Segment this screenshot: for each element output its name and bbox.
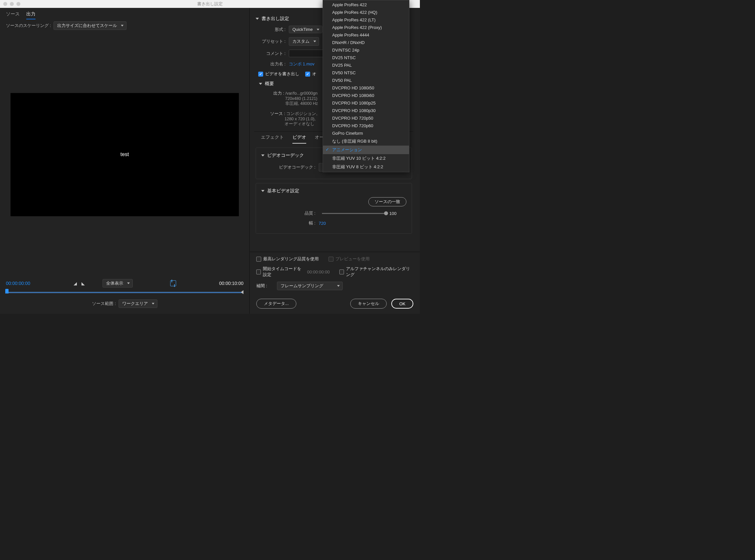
- codec-menu-item[interactable]: なし (非圧縮 RGB 8 bit): [323, 137, 409, 145]
- codec-menu-item[interactable]: DVCPRO HD 1080p30: [323, 107, 409, 114]
- codec-menu-item[interactable]: 非圧縮 YUV 8 ビット 4:2:2: [323, 163, 409, 171]
- chevron-down-icon: [261, 190, 264, 192]
- codec-menu-item[interactable]: Apple ProRes 422 (Proxy): [323, 24, 409, 31]
- codec-menu-item[interactable]: DNxHR / DNxHD: [323, 39, 409, 46]
- playhead-icon[interactable]: [5, 289, 8, 294]
- in-point-icon[interactable]: ◢: [74, 281, 77, 286]
- footer: 最高レンダリング品質を使用 プレビューを使用 開始タイムコードを設定 00:00…: [250, 252, 420, 314]
- source-range-value: ワークエリア: [122, 301, 148, 306]
- summary-source-audio: オーディオなし: [285, 122, 314, 126]
- summary-output-label: 出力 :: [273, 91, 284, 96]
- preset-dropdown[interactable]: カスタム: [289, 37, 319, 46]
- tab-source[interactable]: ソース: [6, 11, 20, 19]
- start-tc-checkbox[interactable]: [256, 269, 261, 275]
- codec-menu-item[interactable]: Apple ProRes 422: [323, 1, 409, 8]
- chevron-down-icon: [261, 155, 264, 156]
- range-track: [6, 292, 243, 293]
- range-out-handle[interactable]: [241, 290, 243, 294]
- codec-menu-item[interactable]: Apple ProRes 4444: [323, 31, 409, 39]
- codec-menu-item[interactable]: GoPro Cineform: [323, 129, 409, 137]
- left-panel: ソース 出力 ソースのスケーリング : 出力サイズに合わせてスケール test …: [0, 8, 250, 314]
- alpha-only-label: アルファチャンネルのみレンダリング: [346, 266, 413, 278]
- scaling-value: 出力サイズに合わせてスケール: [57, 23, 117, 28]
- interp-dropdown[interactable]: フレームサンプリング: [277, 282, 343, 290]
- alpha-only-checkbox[interactable]: [340, 269, 344, 275]
- summary-output-audio: 非圧縮, 48000 Hz: [285, 101, 318, 106]
- export-audio-checkbox[interactable]: [305, 72, 310, 77]
- scaling-label: ソースのスケーリング :: [6, 23, 51, 28]
- codec-menu-item[interactable]: DV25 NTSC: [323, 54, 409, 61]
- width-label: 幅 :: [261, 220, 315, 226]
- width-value[interactable]: 720: [319, 221, 326, 226]
- quality-label: 品質 :: [261, 210, 315, 216]
- preview-text: test: [121, 152, 129, 157]
- codec-menu-item[interactable]: DV50 PAL: [323, 77, 409, 84]
- source-range-label: ソース範囲 :: [92, 301, 116, 307]
- crop-icon[interactable]: [170, 280, 176, 286]
- use-preview-label: プレビューを使用: [335, 256, 370, 262]
- chevron-down-icon: [259, 83, 262, 85]
- codec-menu-item[interactable]: DVCPRO HD 1080i50: [323, 84, 409, 92]
- match-source-button[interactable]: ソースの一致: [368, 197, 406, 206]
- outname-label: 出力名 :: [254, 61, 286, 67]
- timecode-end: 00:00:10:00: [219, 281, 243, 286]
- codec-menu-item[interactable]: Apple ProRes 422 (HQ): [323, 8, 409, 16]
- basic-video-header[interactable]: 基本ビデオ設定: [261, 188, 406, 194]
- codec-menu-item[interactable]: DVCPRO HD 1080i60: [323, 92, 409, 99]
- codec-menu-item[interactable]: DVCPRO HD 1080p25: [323, 99, 409, 107]
- codec-menu-item[interactable]: アニメーション: [323, 145, 409, 154]
- codec-menu-item[interactable]: DVCPRO HD 720p60: [323, 122, 409, 129]
- summary-output-dims: 720x480 (1.2121): [285, 96, 318, 101]
- output-name-link[interactable]: コンポ 1.mov: [289, 61, 314, 67]
- start-tc-value: 00:00:00:00: [307, 269, 330, 275]
- summary-output-path: /var/fo...gr0000gn: [285, 91, 318, 96]
- ok-button[interactable]: OK: [391, 299, 413, 308]
- scaling-dropdown[interactable]: 出力サイズに合わせてスケール: [54, 21, 126, 30]
- codec-menu-item[interactable]: DV50 NTSC: [323, 69, 409, 77]
- interp-label: 補間 :: [256, 283, 267, 289]
- codec-menu-item[interactable]: DVCPRO HD 720p50: [323, 114, 409, 122]
- summary-source-label: ソース :: [270, 112, 285, 116]
- video-codec-menu[interactable]: Apple ProRes 422Apple ProRes 422 (HQ)App…: [323, 0, 409, 172]
- format-label: 形式 :: [254, 27, 286, 33]
- cancel-button[interactable]: キャンセル: [350, 299, 387, 308]
- chevron-down-icon: [256, 18, 259, 20]
- left-tabs: ソース 出力: [0, 8, 249, 21]
- summary-source-dims: 1280 x 720 (1.0),: [285, 117, 316, 121]
- max-quality-checkbox[interactable]: [256, 257, 261, 262]
- source-range-dropdown[interactable]: ワークエリア: [119, 299, 157, 308]
- metadata-button[interactable]: メタデータ...: [256, 299, 297, 308]
- tab-output[interactable]: 出力: [26, 11, 36, 19]
- fit-value: 全体表示: [106, 281, 123, 285]
- codec-menu-item[interactable]: 非圧縮 YUV 10 ビット 4:2:2: [323, 154, 409, 163]
- out-point-icon[interactable]: ◣: [81, 281, 85, 286]
- export-video-checkbox[interactable]: [258, 72, 263, 77]
- codec-menu-item[interactable]: Apple ProRes 422 (LT): [323, 16, 409, 24]
- preview-area: test: [11, 93, 239, 216]
- range-bar[interactable]: [6, 291, 243, 294]
- export-audio-label: オ: [312, 71, 317, 77]
- quality-value: 100: [389, 211, 396, 216]
- format-dropdown[interactable]: QuickTime: [289, 26, 322, 33]
- export-video-label: ビデオを書き出し: [265, 71, 299, 77]
- summary-source-type: コンポジション,: [286, 112, 317, 116]
- tab-effects[interactable]: エフェクト: [261, 135, 284, 144]
- max-quality-label: 最高レンダリング品質を使用: [263, 256, 319, 262]
- video-codec-label: ビデオコーデック :: [261, 164, 315, 170]
- start-tc-label: 開始タイムコードを設定: [263, 266, 305, 278]
- preset-label: プリセット :: [254, 38, 286, 44]
- codec-menu-item[interactable]: DV/NTSC 24p: [323, 46, 409, 54]
- tab-video[interactable]: ビデオ: [292, 135, 306, 144]
- comment-label: コメント :: [254, 51, 286, 57]
- fit-dropdown[interactable]: 全体表示: [102, 279, 133, 287]
- use-preview-checkbox: [329, 257, 333, 262]
- slider-thumb-icon[interactable]: [384, 211, 388, 215]
- codec-menu-item[interactable]: DV25 PAL: [323, 61, 409, 69]
- quality-slider[interactable]: [322, 213, 386, 214]
- timecode-current[interactable]: 00:00:00:00: [6, 281, 30, 286]
